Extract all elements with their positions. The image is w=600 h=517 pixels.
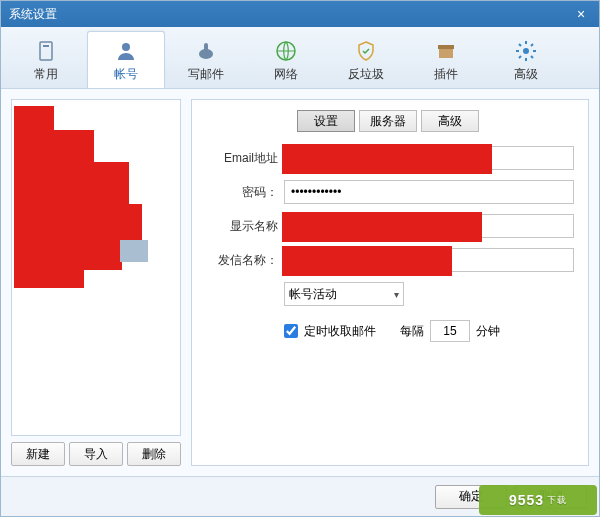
tab-antispam[interactable]: 反垃圾 <box>327 31 405 88</box>
account-icon <box>114 39 138 63</box>
subtab-server[interactable]: 服务器 <box>359 110 417 132</box>
watermark-sub: 下载 <box>547 494 567 507</box>
shield-icon <box>354 39 378 63</box>
row-sendername: 发信名称： <box>202 248 574 272</box>
left-pane: 新建 导入 删除 <box>11 99 181 466</box>
watermark-main: 9553 <box>509 492 544 508</box>
every-label: 每隔 <box>400 323 424 340</box>
svg-point-8 <box>523 48 529 54</box>
tab-plugins[interactable]: 插件 <box>407 31 485 88</box>
subtabs: 设置 服务器 高级 <box>202 110 574 132</box>
subtab-advanced[interactable]: 高级 <box>421 110 479 132</box>
email-input[interactable] <box>284 146 574 170</box>
svg-rect-4 <box>204 43 208 51</box>
gear-icon <box>514 39 538 63</box>
chevron-down-icon: ▾ <box>394 289 399 300</box>
network-icon <box>274 39 298 63</box>
svg-point-2 <box>122 43 130 51</box>
body: 新建 导入 删除 设置 服务器 高级 Email地址 密码： <box>1 89 599 476</box>
import-button[interactable]: 导入 <box>69 442 123 466</box>
tab-network[interactable]: 网络 <box>247 31 325 88</box>
tab-compose-label: 写邮件 <box>188 66 224 83</box>
account-list[interactable] <box>11 99 181 436</box>
tab-account-label: 帐号 <box>114 66 138 83</box>
sendername-input[interactable] <box>284 248 574 272</box>
redaction <box>14 264 84 288</box>
compose-icon <box>194 39 218 63</box>
plugin-icon <box>434 39 458 63</box>
tab-general[interactable]: 常用 <box>7 31 85 88</box>
tab-account[interactable]: 帐号 <box>87 31 165 88</box>
displayname-input[interactable] <box>284 214 574 238</box>
left-buttons: 新建 导入 删除 <box>11 442 181 466</box>
activity-dropdown[interactable]: 帐号活动 ▾ <box>284 282 404 306</box>
right-pane: 设置 服务器 高级 Email地址 密码： 显示名称 <box>191 99 589 466</box>
unit-label: 分钟 <box>476 323 500 340</box>
svg-rect-1 <box>43 45 49 47</box>
tab-advanced-label: 高级 <box>514 66 538 83</box>
schedule-checkbox[interactable] <box>284 324 298 338</box>
watermark: 9553 下载 <box>479 485 597 515</box>
tab-antispam-label: 反垃圾 <box>348 66 384 83</box>
tab-general-label: 常用 <box>34 66 58 83</box>
displayname-label: 显示名称 <box>202 218 278 235</box>
settings-window: 系统设置 × 常用 帐号 写邮件 网络 反垃圾 插件 高级 <box>0 0 600 517</box>
close-icon[interactable]: × <box>571 6 591 22</box>
tab-compose[interactable]: 写邮件 <box>167 31 245 88</box>
sendername-label: 发信名称： <box>202 252 278 269</box>
subtab-settings[interactable]: 设置 <box>297 110 355 132</box>
footer: 确定 取消 9553 下载 <box>1 476 599 516</box>
tab-network-label: 网络 <box>274 66 298 83</box>
window-title: 系统设置 <box>9 6 57 23</box>
schedule-label: 定时收取邮件 <box>304 323 376 340</box>
interval-input[interactable] <box>430 320 470 342</box>
tab-plugins-label: 插件 <box>434 66 458 83</box>
titlebar: 系统设置 × <box>1 1 599 27</box>
toolbar: 常用 帐号 写邮件 网络 反垃圾 插件 高级 <box>1 27 599 89</box>
row-password: 密码： <box>202 180 574 204</box>
row-activity: 帐号活动 ▾ <box>202 282 574 306</box>
general-icon <box>34 39 58 63</box>
selection-highlight <box>120 240 148 262</box>
redaction <box>14 162 129 210</box>
row-email: Email地址 <box>202 146 574 170</box>
password-label: 密码： <box>202 184 278 201</box>
email-label: Email地址 <box>202 150 278 167</box>
svg-rect-0 <box>40 42 52 60</box>
delete-button[interactable]: 删除 <box>127 442 181 466</box>
schedule-row: 定时收取邮件 每隔 分钟 <box>284 320 574 342</box>
redaction <box>14 204 142 240</box>
svg-rect-7 <box>438 45 454 49</box>
tab-advanced[interactable]: 高级 <box>487 31 565 88</box>
activity-dropdown-label: 帐号活动 <box>289 286 337 303</box>
password-input[interactable] <box>284 180 574 204</box>
row-displayname: 显示名称 <box>202 214 574 238</box>
new-button[interactable]: 新建 <box>11 442 65 466</box>
